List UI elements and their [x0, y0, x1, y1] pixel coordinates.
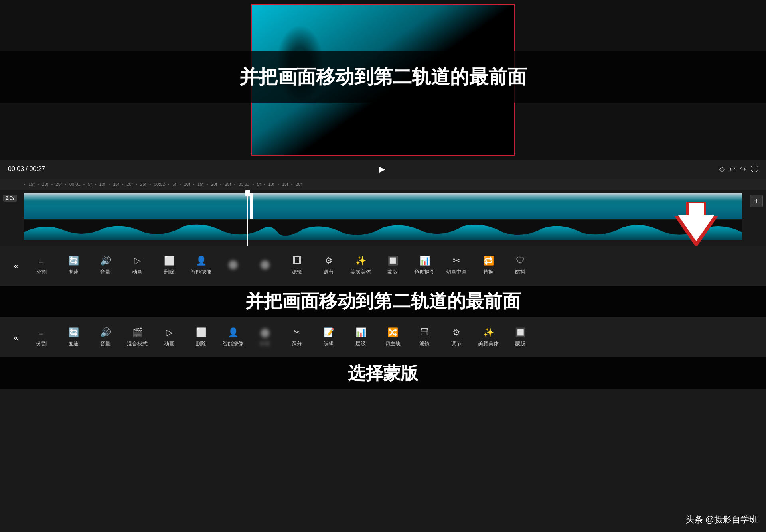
- toolbar2-layer[interactable]: 📊 层级: [345, 321, 377, 353]
- toolbar1-volume[interactable]: 🔊 音量: [89, 250, 121, 282]
- toolbar1-cutpip[interactable]: ✂ 切画中画: [440, 250, 472, 282]
- thumb-grid: [24, 193, 742, 219]
- toolbar1-animate[interactable]: ▷ 动画: [121, 250, 153, 282]
- tb2-layer-icon: 📊: [355, 327, 366, 338]
- toolbar1-adjust[interactable]: ⚙ 调节: [313, 250, 345, 282]
- play-button[interactable]: ▶: [376, 163, 389, 175]
- toolbar1-mask[interactable]: 🔲 蒙版: [377, 250, 409, 282]
- fullscreen-icon[interactable]: ⛶: [751, 165, 758, 173]
- toolbar2-items: ⫠ 分割 🔄 变速 🔊 音量 🎬 混合模式 ▷ 动画 ⬜ 删除 👤 智能摠像 ⬤: [26, 321, 760, 353]
- tb2-filter-label: 滤镜: [419, 340, 430, 347]
- toolbar1-stabilize[interactable]: 🛡 防抖: [504, 250, 536, 282]
- toolbar1-back-button[interactable]: «: [6, 256, 26, 275]
- timeline-area: 2.0s: [0, 190, 766, 246]
- stabilize-icon: 🛡: [516, 256, 525, 266]
- subtitle-text-1: 并把画面移动到第二轨道的最前面: [239, 64, 527, 90]
- speed-label: 变速: [68, 268, 79, 276]
- animate-icon: ▷: [134, 256, 141, 266]
- toolbar1-chroma[interactable]: 📊 色度抠图: [409, 250, 440, 282]
- toolbar1-delete[interactable]: ⬜ 删除: [153, 250, 185, 282]
- toolbar2-beauty[interactable]: ✨ 美颜美体: [472, 321, 504, 353]
- bottom-text: 选择蒙版: [0, 357, 766, 389]
- video-track[interactable]: [24, 193, 742, 219]
- tb2-blend-icon: 🎬: [132, 327, 143, 338]
- tb2-ai-icon: 👤: [228, 327, 239, 338]
- toolbar2-volume[interactable]: 🔊 音量: [89, 321, 121, 353]
- tb2-separate-icon: ✂: [293, 327, 300, 338]
- tb2-delete-label: 删除: [196, 340, 206, 347]
- toolbar2-blur1[interactable]: ⬤ 科普: [249, 321, 281, 353]
- speed-icon: 🔄: [68, 256, 79, 266]
- ruler-marks: 15f 20f 25f 00:01 5f 10f 15f 20f 25f 00:…: [24, 182, 305, 187]
- toolbar2-main[interactable]: 🔀 切主轨: [377, 321, 409, 353]
- time-display: 00:03 / 00:27: [8, 166, 45, 173]
- undo-icon[interactable]: ↩: [729, 165, 735, 173]
- toolbar2-blend[interactable]: 🎬 混合模式: [121, 321, 153, 353]
- tb2-beauty-label: 美颜美体: [478, 340, 499, 347]
- mask-icon: 🔲: [387, 256, 398, 266]
- toolbar2-animate[interactable]: ▷ 动画: [153, 321, 185, 353]
- filter-icon: 🎞: [292, 256, 301, 266]
- split-icon: ⫠: [37, 256, 46, 266]
- toolbar2-mask[interactable]: 🔲 蒙版: [504, 321, 536, 353]
- toolbar2-back-button[interactable]: «: [6, 328, 26, 347]
- toolbar2-delete[interactable]: ⬜ 删除: [185, 321, 217, 353]
- toolbar1-beauty[interactable]: ✨ 美颜美体: [345, 250, 377, 282]
- add-clip-button[interactable]: +: [750, 195, 763, 207]
- ruler-dot: [24, 184, 25, 185]
- toolbar1-blur1[interactable]: ⬤: [217, 250, 249, 282]
- tb2-main-label: 切主轨: [385, 340, 401, 347]
- replace-label: 替换: [483, 268, 494, 276]
- tb2-edit-icon: 📝: [324, 327, 334, 338]
- cutpip-label: 切画中画: [446, 268, 467, 276]
- toolbar2-split[interactable]: ⫠ 分割: [26, 321, 57, 353]
- toolbar2-adjust[interactable]: ⚙ 调节: [440, 321, 472, 353]
- toolbar-2: « ⫠ 分割 🔄 变速 🔊 音量 🎬 混合模式 ▷ 动画 ⬜ 删除 👤 智能摠像: [0, 317, 766, 357]
- arrow-indicator: [674, 202, 718, 246]
- playhead[interactable]: [247, 190, 248, 246]
- tb2-main-icon: 🔀: [387, 327, 398, 338]
- cutpip-icon: ✂: [453, 256, 460, 266]
- redo-icon[interactable]: ↪: [740, 165, 746, 173]
- beauty-icon: ✨: [355, 256, 366, 266]
- waveform-svg: [24, 220, 742, 240]
- ruler-label-15f: 15f: [28, 182, 34, 187]
- toolbar-1: « ⫠ 分割 🔄 变速 🔊 音量 ▷ 动画 ⬜ 删除 👤 智能摠像 ⬤: [0, 246, 766, 286]
- waveform-track: [24, 220, 742, 240]
- chroma-label: 色度抠图: [414, 268, 435, 276]
- toolbar2-speed[interactable]: 🔄 变速: [57, 321, 89, 353]
- controls-bar: 00:03 / 00:27 ▶ ◇ ↩ ↪ ⛶: [0, 160, 766, 179]
- toolbar2-edit[interactable]: 📝 编辑: [313, 321, 345, 353]
- tb2-split-icon: ⫠: [37, 327, 46, 338]
- watermark: 头条 @摄影自学班: [685, 514, 758, 526]
- delete-icon: ⬜: [164, 256, 175, 266]
- toolbar2-separate[interactable]: ✂ 踩分: [281, 321, 313, 353]
- toolbar1-filter[interactable]: 🎞 滤镜: [281, 250, 313, 282]
- tb2-speed-icon: 🔄: [68, 327, 79, 338]
- filter-label: 滤镜: [292, 268, 302, 276]
- beauty-label: 美颜美体: [350, 268, 371, 276]
- tb2-delete-icon: ⬜: [196, 327, 207, 338]
- blur2-icon: ⬤: [260, 259, 270, 270]
- toolbar2-ai[interactable]: 👤 智能摠像: [217, 321, 249, 353]
- toolbar2-filter[interactable]: 🎞 滤镜: [409, 321, 440, 353]
- blur1-icon: ⬤: [228, 259, 238, 270]
- tb2-blur1-icon: ⬤: [260, 327, 270, 338]
- toolbar1-blur2[interactable]: ⬤: [249, 250, 281, 282]
- toolbar1-split[interactable]: ⫠ 分割: [26, 250, 57, 282]
- volume-icon: 🔊: [100, 256, 111, 266]
- tb2-adjust-icon: ⚙: [452, 327, 460, 338]
- tb2-edit-label: 编辑: [324, 340, 334, 347]
- mask-label: 蒙版: [387, 268, 398, 276]
- bottom-label: 选择蒙版: [348, 362, 418, 385]
- toolbar1-items: ⫠ 分割 🔄 变速 🔊 音量 ▷ 动画 ⬜ 删除 👤 智能摠像 ⬤ ⬤: [26, 250, 760, 282]
- toolbar1-speed[interactable]: 🔄 变速: [57, 250, 89, 282]
- tb2-beauty-icon: ✨: [483, 327, 494, 338]
- diamond-icon[interactable]: ◇: [719, 165, 725, 173]
- tb2-separate-label: 踩分: [292, 340, 302, 347]
- tb2-volume-label: 音量: [100, 340, 111, 347]
- toolbar1-ai[interactable]: 👤 智能摠像: [185, 250, 217, 282]
- toolbar1-replace[interactable]: 🔁 替换: [472, 250, 504, 282]
- subtitle-overlay-2: 并把画面移动到第二轨道的最前面: [0, 286, 766, 317]
- adjust-label: 调节: [324, 268, 334, 276]
